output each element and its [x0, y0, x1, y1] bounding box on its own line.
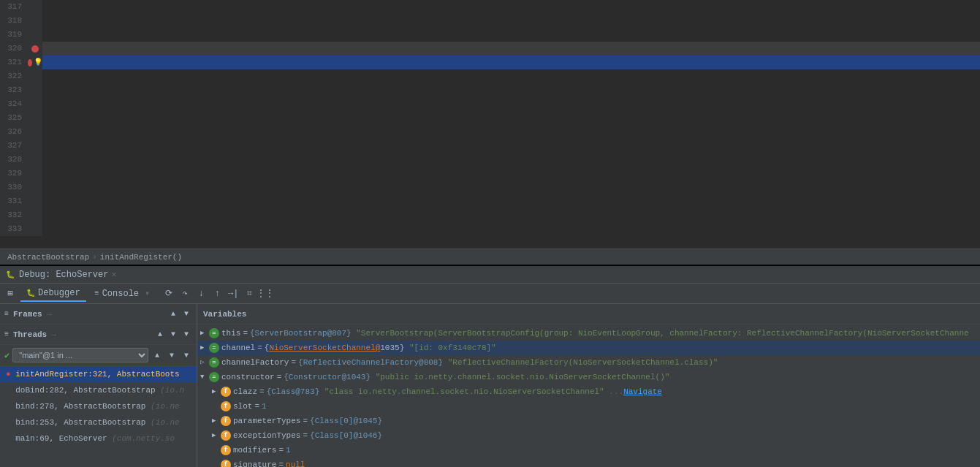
- code-line-319: 319 try {: [0, 28, 980, 42]
- step-into-btn[interactable]: ↓: [194, 286, 208, 301]
- tab-console[interactable]: ≡ Console ▾: [89, 286, 156, 302]
- breadcrumb-sep: ›: [92, 253, 97, 262]
- var-row-constructor[interactable]: ▼ = constructor = {Constructor@1043} "pu…: [197, 370, 980, 384]
- var-icon-modifiers: f: [221, 445, 231, 455]
- variables-panel: Variables ▶ = this = {ServerBootstrap@80…: [197, 304, 980, 467]
- expand-channel[interactable]: ▶: [200, 341, 208, 354]
- threads-filter-btn[interactable]: ▼: [181, 329, 192, 341]
- navigate-clazz-link[interactable]: Navigate: [623, 385, 662, 398]
- thread-active-indicator: ✔: [4, 350, 10, 361]
- var-tree: ▶ = this = {ServerBootstrap@807} "Server…: [197, 324, 980, 467]
- tab-debugger[interactable]: 🐛 Debugger: [20, 286, 86, 302]
- code-line-321: 321 💡 init(channel); channel: "[id: 0xf3…: [0, 56, 980, 69]
- thread-selector-row: ✔ "main"@1 in ... ▲ ▼ ▼: [0, 345, 197, 366]
- variables-header: Variables: [197, 304, 980, 324]
- var-row-channelFactory[interactable]: ▷ = channelFactory = {ReflectiveChannelF…: [197, 355, 980, 370]
- var-row-this[interactable]: ▶ = this = {ServerBootstrap@807} "Server…: [197, 326, 980, 341]
- var-icon-this: =: [209, 328, 219, 338]
- expand-constructor[interactable]: ▼: [200, 371, 208, 384]
- code-line-326: 326 // as the Channel is not registered …: [0, 125, 980, 139]
- breadcrumb-method: initAndRegister(): [100, 253, 182, 262]
- var-row-channel[interactable]: ▶ = channel = {NioServerSocketChannel@10…: [197, 341, 980, 355]
- step-over-btn[interactable]: ↷: [178, 286, 192, 301]
- expand-exceptionTypes[interactable]: ▶: [212, 429, 219, 442]
- breadcrumb-class: AbstractBootstrap: [7, 253, 89, 262]
- thread-down-btn[interactable]: ▼: [166, 349, 178, 361]
- expand-channelFactory[interactable]: ▷: [200, 356, 208, 369]
- thread-up-btn[interactable]: ▲: [151, 349, 163, 361]
- rerun-btn[interactable]: ⟳: [162, 286, 176, 301]
- settings-btn[interactable]: ⋮⋮: [258, 286, 273, 301]
- thread-dropdown[interactable]: "main"@1 in ...: [12, 348, 148, 362]
- var-icon-channelFactory: =: [209, 357, 219, 368]
- code-line-331: 331 }: [0, 194, 980, 208]
- var-row-parameterTypes[interactable]: ▶ f parameterTypes = {Class[0]@1045}: [197, 414, 980, 428]
- code-line-333: 333 ChannelFuture regFuture = config().g…: [0, 222, 980, 236]
- var-icon-constructor: =: [209, 372, 219, 382]
- code-line-329: 329 // as the Channel is not registered …: [0, 167, 980, 181]
- threads-sep: →: [51, 330, 56, 339]
- tab-debugger-label: Debugger: [38, 288, 80, 298]
- debug-content: ≡ Frames → ▲ ▼ ≡ Threads → ▲ ▼ ▼: [0, 304, 980, 467]
- threads-toolbar: ▲ ▼ ▼: [154, 329, 192, 341]
- debug-icon: 🐛: [6, 270, 15, 279]
- code-line-317: 317 final ChannelFuture initAndRegister(…: [0, 0, 980, 14]
- threads-header-row: ≡ Threads → ▲ ▼ ▼: [0, 324, 197, 345]
- var-icon-parameterTypes: f: [221, 416, 231, 426]
- code-line-325: 325 channel.unsafe().closeForcibly();: [0, 111, 980, 125]
- frame-item-2[interactable]: ● bind:278, AbstractBootstrap (io.ne: [0, 398, 197, 414]
- expand-this[interactable]: ▶: [200, 327, 208, 340]
- threads-label[interactable]: Threads: [13, 330, 47, 339]
- evaluate-btn[interactable]: ⌗: [242, 286, 257, 301]
- threads-down-btn[interactable]: ▼: [167, 329, 179, 341]
- var-icon-signature: f: [221, 460, 231, 467]
- code-line-322: 322 } catch (Throwable t) {: [0, 69, 980, 83]
- code-line-328: 328 }: [0, 153, 980, 167]
- variables-label: Variables: [203, 310, 246, 319]
- frames-up-btn[interactable]: ▲: [167, 308, 179, 320]
- frame-item-0[interactable]: ● initAndRegister:321, AbstractBoots: [0, 366, 197, 382]
- run-to-cursor-btn[interactable]: →|: [226, 286, 240, 301]
- frames-panel: ≡ Frames → ▲ ▼ ≡ Threads → ▲ ▼ ▼: [0, 304, 197, 467]
- debugger-icon: 🐛: [26, 289, 35, 297]
- debug-title-bar: 🐛 Debug: EchoServer ✕: [0, 266, 980, 284]
- var-row-slot[interactable]: f slot = 1: [197, 399, 980, 414]
- var-row-modifiers[interactable]: f modifiers = 1: [197, 443, 980, 457]
- debug-session: EchoServer: [56, 270, 108, 280]
- close-session-icon[interactable]: ✕: [111, 269, 116, 280]
- frames-header: ≡ Frames → ▲ ▼: [0, 304, 197, 324]
- step-out-btn[interactable]: ↑: [210, 286, 224, 301]
- expand-clazz[interactable]: ▶: [212, 385, 219, 398]
- code-line-330: 330 return new DefaultChannelPromise(new…: [0, 181, 980, 194]
- sidebar-toggle-btn[interactable]: ⊞: [3, 286, 18, 301]
- code-line-323: 323 if (channel != null) {: [0, 83, 980, 97]
- code-line-327: 327 return new DefaultChannelPromise(cha…: [0, 139, 980, 153]
- tab-console-label: Console: [102, 289, 139, 299]
- console-settings-icon[interactable]: ▾: [145, 288, 150, 299]
- frames-toolbar: ▲ ▼: [167, 308, 192, 320]
- var-icon-slot: f: [221, 401, 231, 411]
- code-line-318: 318 Channel channel = null; channel: "[i…: [0, 14, 980, 28]
- console-icon: ≡: [95, 289, 99, 297]
- frame-item-1[interactable]: ● doBind:282, AbstractBootstrap (io.n: [0, 382, 197, 398]
- var-icon-exceptionTypes: f: [221, 430, 231, 441]
- frames-down-btn[interactable]: ▼: [181, 308, 192, 320]
- thread-filter-btn[interactable]: ▼: [181, 349, 192, 361]
- var-row-signature[interactable]: f signature = null: [197, 457, 980, 467]
- debug-panel: 🐛 Debug: EchoServer ✕ ⊞ 🐛 Debugger ≡ Con…: [0, 265, 980, 467]
- var-row-clazz[interactable]: ▶ f clazz = {Class@783} "class io.netty.…: [197, 384, 980, 399]
- threads-icon: ≡: [4, 330, 9, 338]
- threads-up-btn[interactable]: ▲: [154, 329, 166, 341]
- frame-list: ● initAndRegister:321, AbstractBoots ● d…: [0, 366, 197, 467]
- debug-toolbar: ⟳ ↷ ↓ ↑ →| ⌗ ⋮⋮: [162, 286, 273, 301]
- frame-item-4[interactable]: ● main:69, EchoServer (com.netty.so: [0, 430, 197, 447]
- debug-tabs-bar: ⊞ 🐛 Debugger ≡ Console ▾ ⟳ ↷ ↓ ↑ →| ⌗ ⋮⋮: [0, 284, 980, 304]
- code-line-324: 324 // channel can be null if newChannel…: [0, 97, 980, 111]
- breadcrumb: AbstractBootstrap › initAndRegister(): [0, 248, 980, 265]
- var-row-exceptionTypes[interactable]: ▶ f exceptionTypes = {Class[0]@1046}: [197, 428, 980, 443]
- expand-parameterTypes[interactable]: ▶: [212, 414, 219, 428]
- frame-item-3[interactable]: ● bind:253, AbstractBootstrap (io.ne: [0, 414, 197, 430]
- frames-sep: →: [47, 310, 52, 319]
- debug-label: Debug:: [19, 270, 50, 280]
- code-line-320: 320 channel = channelFactory.newChannel(…: [0, 42, 980, 56]
